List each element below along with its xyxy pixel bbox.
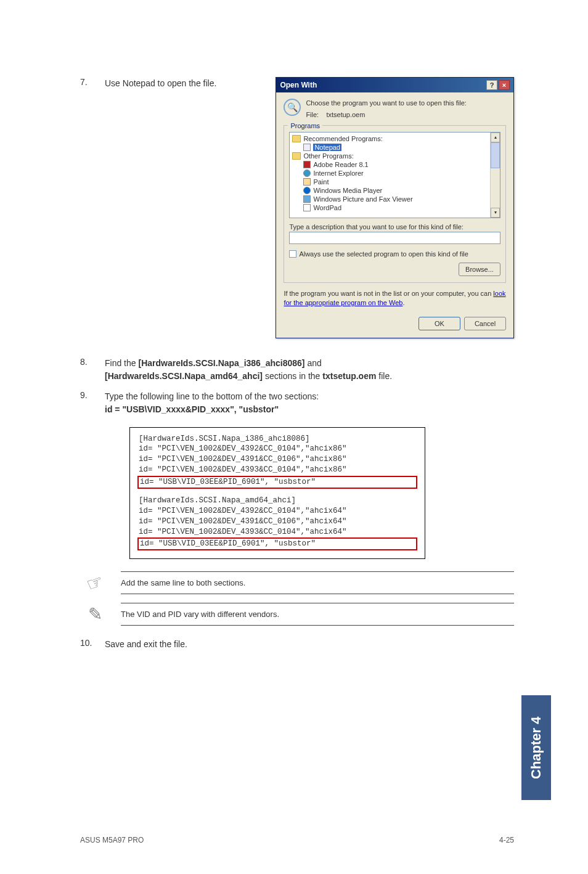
program-notepad[interactable]: Notepad xyxy=(313,144,341,151)
step-10-num: 10. xyxy=(80,638,105,651)
program-paint[interactable]: Paint xyxy=(313,178,329,186)
code-line-highlight: id= "USB\VID_03EE&PID_6901", "usbstor" xyxy=(137,537,417,550)
dialog-choose-text: Choose the program you want to use to op… xyxy=(306,99,467,108)
code-line: [HardwareIds.SCSI.Napa_amd64_ahci] xyxy=(139,496,416,506)
paint-icon xyxy=(303,178,311,186)
step-9-text: Type the following line to the bottom of… xyxy=(105,390,319,416)
programs-legend: Programs xyxy=(288,122,322,129)
folder-icon xyxy=(292,135,301,142)
program-wmp[interactable]: Windows Media Player xyxy=(313,187,382,194)
other-header: Other Programs: xyxy=(303,152,353,160)
adobe-icon xyxy=(303,161,311,168)
program-adobe[interactable]: Adobe Reader 8.1 xyxy=(313,161,368,168)
search-icon: 🔍 xyxy=(284,99,301,116)
code-line: id= "PCI\VEN_1002&DEV_4391&CC_0106","ahc… xyxy=(139,517,416,527)
recommended-header: Recommended Programs: xyxy=(303,135,382,142)
folder-icon xyxy=(292,152,301,160)
code-line: id= "PCI\VEN_1002&DEV_4391&CC_0106","ahc… xyxy=(139,454,416,465)
chapter-tab: Chapter 4 xyxy=(521,695,551,800)
step-8-text: Find the [HardwareIds.SCSI.Napa_i386_ahc… xyxy=(105,357,392,383)
web-lookup-text: If the program you want is not in the li… xyxy=(284,289,506,308)
program-wordpad[interactable]: WordPad xyxy=(313,204,341,211)
code-line: id= "PCI\VEN_1002&DEV_4392&CC_0104","ahc… xyxy=(139,506,416,517)
programs-listbox[interactable]: Recommended Programs: Notepad Other Prog… xyxy=(289,132,500,218)
pencil-icon: ✎ xyxy=(88,604,102,624)
program-ie[interactable]: Internet Explorer xyxy=(313,169,363,177)
help-button[interactable]: ? xyxy=(486,80,497,90)
scrollbar[interactable]: ▴ ▾ xyxy=(490,133,500,218)
code-line: [HardwareIds.SCSI.Napa_i386_ahci8086] xyxy=(139,434,416,444)
code-line-highlight: id= "USB\VID_03EE&PID_6901", "usbstor" xyxy=(137,476,417,489)
footer-product: ASUS M5A97 PRO xyxy=(80,836,144,844)
scroll-thumb[interactable] xyxy=(491,142,500,168)
open-with-dialog: Open With ? × 🔍 Choose the program you w… xyxy=(276,77,514,338)
file-label: File: xyxy=(306,111,319,118)
code-line: id= "PCI\VEN_1002&DEV_4393&CC_0104","ahc… xyxy=(139,527,416,537)
browse-button[interactable]: Browse... xyxy=(459,263,500,276)
code-line: id= "PCI\VEN_1002&DEV_4392&CC_0104","ahc… xyxy=(139,444,416,454)
wmp-icon xyxy=(303,187,311,194)
close-button[interactable]: × xyxy=(499,80,510,90)
always-use-label: Always use the selected program to open … xyxy=(299,250,468,258)
step-7-text: Use Notepad to open the file. xyxy=(105,77,216,90)
description-label: Type a description that you want to use … xyxy=(289,223,500,231)
code-block: [HardwareIds.SCSI.Napa_i386_ahci8086] id… xyxy=(129,427,425,560)
file-name: txtsetup.oem xyxy=(326,111,365,118)
code-line: id= "PCI\VEN_1002&DEV_4393&CC_0104","ahc… xyxy=(139,465,416,475)
always-use-checkbox[interactable] xyxy=(289,250,296,258)
step-8-num: 8. xyxy=(80,357,105,383)
hand-icon: ☞ xyxy=(83,570,106,596)
step-7-num: 7. xyxy=(80,77,105,90)
program-picfax[interactable]: Windows Picture and Fax Viewer xyxy=(313,195,412,203)
note-1: Add the same line to both sections. xyxy=(121,571,514,594)
description-input[interactable] xyxy=(289,232,500,244)
footer-page: 4-25 xyxy=(499,836,514,844)
ok-button[interactable]: OK xyxy=(419,317,460,330)
note-2: The VID and PID vary with different vend… xyxy=(121,603,514,626)
picfax-icon xyxy=(303,195,311,203)
wordpad-icon xyxy=(303,204,311,211)
dialog-title: Open With xyxy=(280,81,317,89)
scroll-down-icon[interactable]: ▾ xyxy=(491,208,500,218)
scroll-up-icon[interactable]: ▴ xyxy=(491,133,500,142)
step-9-num: 9. xyxy=(80,390,105,416)
ie-icon xyxy=(303,169,311,177)
notepad-icon xyxy=(303,144,311,151)
cancel-button[interactable]: Cancel xyxy=(464,317,506,330)
step-10-text: Save and exit the file. xyxy=(105,638,187,651)
